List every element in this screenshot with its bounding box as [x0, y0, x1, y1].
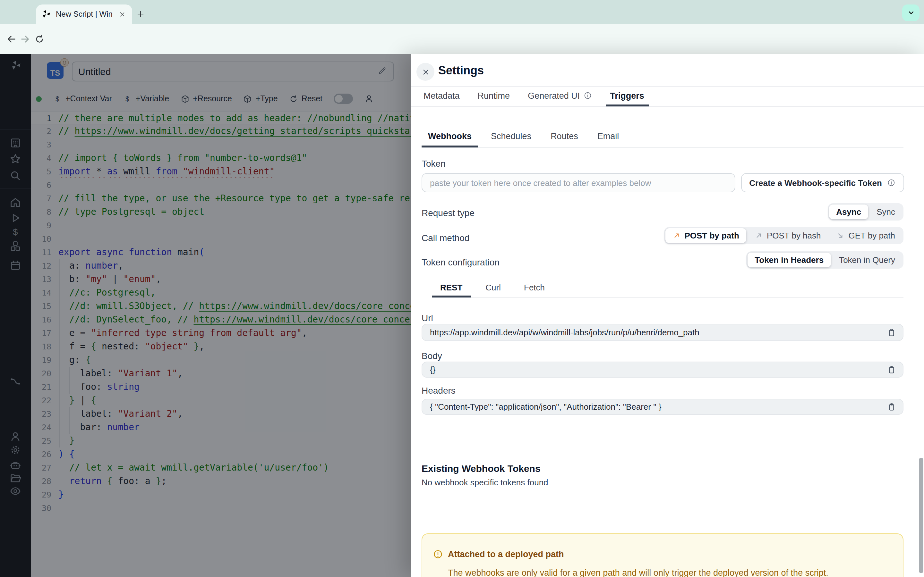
url-label: Url — [422, 313, 433, 323]
create-webhook-token-button[interactable]: Create a Webhook-specific Token — [741, 173, 904, 192]
arrow-se-icon — [837, 231, 845, 240]
screen: New Script | Windmill app.windmill.dev/s… — [0, 0, 924, 577]
info-icon — [583, 91, 592, 100]
request-type-sync[interactable]: Sync — [869, 205, 902, 219]
subtab-email[interactable]: Email — [591, 127, 626, 147]
tab-runtime[interactable]: Runtime — [473, 87, 515, 106]
settings-drawer: Settings Metadata Runtime Generated UI T… — [411, 54, 924, 577]
warning-title: Attached to a deployed path — [448, 550, 564, 559]
tab-metadata[interactable]: Metadata — [419, 87, 464, 106]
drawer-scrollbar[interactable] — [919, 458, 923, 573]
browser-chrome: New Script | Windmill app.windmill.dev/s… — [0, 0, 924, 54]
forward-icon[interactable] — [19, 33, 31, 45]
tab-title: New Script | Windmill — [56, 10, 112, 19]
modal-overlay[interactable] — [0, 54, 411, 577]
chevron-down-icon — [906, 8, 915, 17]
app-area: TS Untitled +Context Var +Variable +Reso… — [0, 54, 924, 577]
subtab-schedules[interactable]: Schedules — [485, 127, 538, 147]
call-method-post-by-path[interactable]: POST by path — [665, 228, 746, 243]
subtab-webhooks[interactable]: Webhooks — [422, 127, 478, 147]
tab-search-button[interactable] — [902, 5, 919, 21]
url-value-field[interactable]: https://app.windmill.dev/api/w/windmill-… — [422, 324, 903, 341]
windmill-favicon-icon — [41, 9, 51, 19]
tab-rest[interactable]: REST — [432, 279, 471, 298]
call-method-post-by-hash[interactable]: POST by hash — [748, 228, 828, 243]
warning-icon — [433, 549, 443, 560]
arrow-ne-icon — [754, 231, 763, 240]
copy-icon[interactable] — [887, 402, 897, 412]
token-placeholder: paste your token here once created to al… — [430, 178, 651, 187]
drawer-close-button[interactable] — [417, 63, 435, 81]
body-label: Body — [422, 351, 442, 361]
call-method-get-by-path[interactable]: GET by path — [829, 228, 903, 243]
token-in-headers[interactable]: Token in Headers — [748, 253, 830, 268]
back-icon[interactable] — [6, 33, 17, 45]
copy-icon[interactable] — [887, 327, 897, 337]
browser-tab[interactable]: New Script | Windmill — [36, 5, 132, 24]
browser-toolbar: app.windmill.dev/scripts/add#JTdCJTIyaGF… — [0, 24, 924, 54]
existing-tokens-title: Existing Webhook Tokens — [422, 463, 541, 474]
token-config-toggle: Token in Headers Token in Query — [746, 251, 903, 269]
headers-value-field[interactable]: { "Content-Type": "application/json", "A… — [422, 399, 903, 415]
token-config-label: Token configuration — [422, 257, 499, 268]
new-tab-button[interactable] — [132, 6, 149, 23]
tab-curl[interactable]: Curl — [477, 279, 509, 298]
call-method-label: Call method — [422, 233, 469, 243]
token-in-query[interactable]: Token in Query — [832, 253, 902, 268]
drawer-title: Settings — [438, 64, 484, 77]
warning-body: The webhooks are only valid for a given … — [448, 567, 891, 577]
existing-tokens-empty: No webhook specific tokens found — [422, 478, 548, 487]
request-type-toggle: Async Sync — [828, 203, 903, 221]
token-input[interactable]: paste your token here once created to al… — [422, 173, 735, 192]
tab-close-icon[interactable] — [117, 9, 127, 19]
info-icon — [887, 178, 896, 187]
tab-fetch[interactable]: Fetch — [515, 279, 553, 298]
request-type-label: Request type — [422, 208, 475, 218]
copy-icon[interactable] — [887, 365, 897, 374]
trigger-subtabs: Webhooks Schedules Routes Email — [422, 127, 903, 148]
settings-tabs: Metadata Runtime Generated UI Triggers — [411, 87, 924, 107]
reload-icon[interactable] — [34, 33, 45, 44]
tab-triggers[interactable]: Triggers — [606, 87, 649, 106]
arrow-ne-icon — [672, 231, 680, 240]
body-value-field[interactable]: {} — [422, 362, 903, 378]
deployed-path-warning: Attached to a deployed path The webhooks… — [422, 533, 903, 577]
tab-strip: New Script | Windmill — [0, 0, 924, 24]
subtab-routes[interactable]: Routes — [544, 127, 585, 147]
example-tabs: REST Curl Fetch — [432, 279, 903, 298]
tab-generated-ui[interactable]: Generated UI — [523, 87, 596, 106]
call-method-toggle: POST by path POST by hash GET by path — [664, 227, 903, 244]
token-label: Token — [422, 158, 446, 169]
request-type-async[interactable]: Async — [829, 205, 868, 219]
headers-label: Headers — [422, 385, 456, 396]
close-icon — [421, 68, 430, 76]
